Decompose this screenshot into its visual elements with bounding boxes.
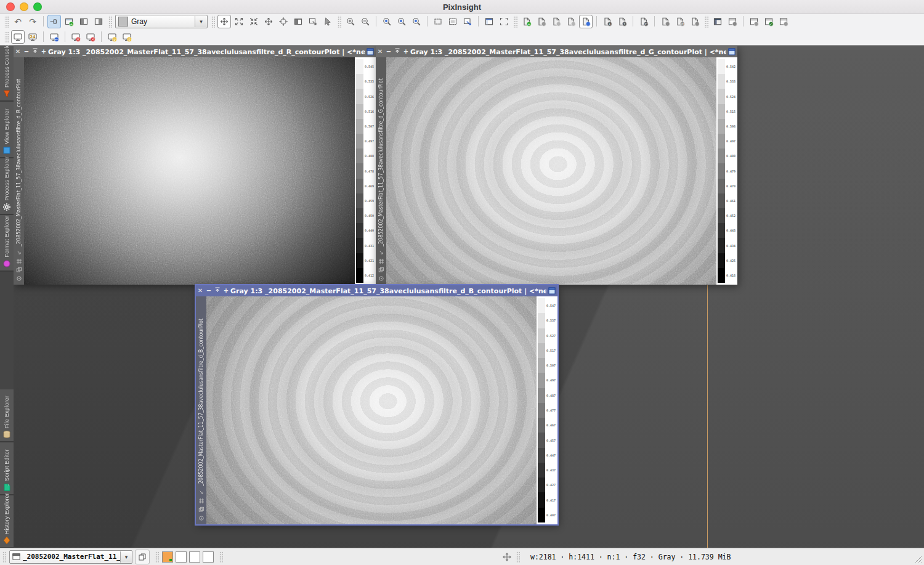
fit-window-button[interactable] xyxy=(232,15,246,28)
pin-view-button[interactable] xyxy=(47,15,61,28)
duplicate-icon[interactable] xyxy=(16,267,22,273)
window-titlebar[interactable]: ✕−+Gray 1:3 _20852002_MasterFlat_11_57_3… xyxy=(196,285,557,296)
close-button[interactable]: ✕ xyxy=(376,46,384,57)
window-side-strip[interactable]: _20852002_MasterFlat_11_57_38aveclulusan… xyxy=(196,296,206,524)
view-selector-dropdown[interactable]: _20852002_MasterFlat_11_57_38ave ▾ xyxy=(9,550,132,564)
screen-reset-all-button[interactable]: ✕ xyxy=(84,30,97,44)
toolbar-drag-handle[interactable] xyxy=(211,15,215,28)
crop-frame-icon[interactable] xyxy=(378,258,384,264)
selection-rect-button[interactable] xyxy=(431,15,445,28)
zoom-in-button[interactable] xyxy=(344,15,357,28)
window-verify-button[interactable]: ✓ xyxy=(762,15,776,28)
screen-reset-button[interactable]: ✕ xyxy=(69,30,83,44)
move-window-button[interactable] xyxy=(262,15,275,28)
contrast-panel-button[interactable] xyxy=(291,15,305,28)
image-open-button[interactable]: ↑ xyxy=(615,15,629,28)
frame-select-button[interactable] xyxy=(497,15,511,28)
statusbar-handle[interactable] xyxy=(2,551,6,563)
resize-canvas-button[interactable] xyxy=(461,15,474,28)
selection-arrow-icon[interactable] xyxy=(198,489,205,495)
window-side-strip[interactable]: _20852002_MasterFlat_11_57_38aveclulusan… xyxy=(14,57,24,285)
window-titlebar[interactable]: ✕−+Gray 1:3 _20852002_MasterFlat_11_57_3… xyxy=(376,46,737,57)
workspace-panel-button[interactable] xyxy=(711,15,724,28)
sidebar-tab-history-explorer[interactable]: History Explorer xyxy=(0,495,14,548)
target-icon[interactable] xyxy=(16,275,22,282)
toolbar-drag-handle[interactable] xyxy=(337,15,341,28)
window-find-button[interactable] xyxy=(777,15,790,28)
pan-mode-button[interactable] xyxy=(217,15,231,28)
center-view-button[interactable] xyxy=(277,15,290,28)
screen-stf-button[interactable]: ☢ xyxy=(105,30,119,44)
shade-button[interactable] xyxy=(393,46,402,57)
zoom-actual-button[interactable] xyxy=(380,15,394,28)
target-icon[interactable] xyxy=(198,515,205,521)
image-save-button[interactable]: ↓ xyxy=(601,15,614,28)
traffic-minimize-button[interactable] xyxy=(20,2,28,11)
view-selector-arrow-button[interactable]: ▾ xyxy=(120,551,132,563)
minimize-button[interactable]: − xyxy=(22,46,31,57)
image-window-r[interactable]: ✕−+Gray 1:3 _20852002_MasterFlat_11_57_3… xyxy=(14,46,376,285)
image-new-button[interactable]: + xyxy=(520,15,533,28)
statusbar-handle-3[interactable] xyxy=(219,551,223,563)
split-panel-button[interactable] xyxy=(482,15,496,28)
dock-window-right-button[interactable] xyxy=(92,15,105,28)
color-swatch-2[interactable] xyxy=(176,551,187,563)
toolbar-drag-handle[interactable] xyxy=(704,15,708,28)
zoom-window-button[interactable]: + xyxy=(222,285,230,296)
contour-plot-canvas[interactable] xyxy=(24,57,355,285)
sidebar-tab-file-explorer[interactable]: File Explorer xyxy=(0,389,14,442)
zoom-selection-button[interactable] xyxy=(410,15,423,28)
minimize-button[interactable]: − xyxy=(205,285,213,296)
screen-transfer-button[interactable]: ← xyxy=(47,30,61,44)
color-swatch-4[interactable] xyxy=(203,551,214,563)
crop-frame-icon[interactable] xyxy=(198,498,205,504)
zoom-window-button[interactable]: + xyxy=(39,46,48,57)
screen-stf-all-button[interactable]: ☢ xyxy=(120,30,134,44)
redo-button[interactable]: ↷ xyxy=(26,15,39,28)
image-copy-button[interactable] xyxy=(549,15,563,28)
view-find-button[interactable] xyxy=(579,15,593,28)
screen-default-button[interactable] xyxy=(11,30,25,44)
toolbar-drag-handle[interactable] xyxy=(513,15,517,28)
image-revert-button[interactable]: ↶ xyxy=(637,15,650,28)
target-icon[interactable] xyxy=(378,275,384,282)
sidebar-tab-script-editor[interactable]: Script Editor xyxy=(0,442,14,495)
contour-plot-canvas[interactable] xyxy=(206,296,537,524)
minimize-button[interactable]: − xyxy=(384,46,393,57)
color-swatch-active[interactable] xyxy=(162,551,173,563)
resize-grip[interactable] xyxy=(914,555,923,564)
shade-button[interactable] xyxy=(31,46,39,57)
image-history-button[interactable]: ↺ xyxy=(673,15,687,28)
close-button[interactable]: ✕ xyxy=(196,285,205,296)
undo-button[interactable]: ↶ xyxy=(11,15,25,28)
window-menu-button[interactable] xyxy=(365,48,376,55)
image-window-g[interactable]: ✕−+Gray 1:3 _20852002_MasterFlat_11_57_3… xyxy=(376,46,737,285)
statusbar-handle-2[interactable] xyxy=(155,551,159,563)
crop-frame-icon[interactable] xyxy=(16,258,22,264)
image-edit-button[interactable] xyxy=(535,15,548,28)
new-window-button[interactable]: + xyxy=(62,15,76,28)
workspace-settings-button[interactable] xyxy=(726,15,739,28)
zoom-window-button[interactable]: + xyxy=(402,46,410,57)
window-menu-button[interactable] xyxy=(726,48,737,55)
expand-canvas-button[interactable] xyxy=(306,15,320,28)
window-titlebar[interactable]: ✕−+Gray 1:3 _20852002_MasterFlat_11_57_3… xyxy=(14,46,376,57)
select-cursor-button[interactable] xyxy=(321,15,334,28)
window-side-strip[interactable]: _20852002_MasterFlat_11_57_38aveclulusan… xyxy=(376,57,386,285)
toolbar-drag-handle[interactable] xyxy=(4,31,9,43)
compare-views-button[interactable] xyxy=(135,550,150,564)
shrink-window-button[interactable] xyxy=(247,15,261,28)
image-settings-button[interactable] xyxy=(659,15,672,28)
image-mask-button[interactable] xyxy=(688,15,702,28)
sidebar-tab-process-explorer[interactable]: Process Explorer xyxy=(0,158,14,215)
window-edit-button[interactable] xyxy=(747,15,761,28)
selection-arrow-icon[interactable] xyxy=(378,250,384,256)
color-swatch-3[interactable] xyxy=(189,551,200,563)
zoom-fit-button[interactable] xyxy=(395,15,408,28)
sidebar-tab-view-explorer[interactable]: View Explorer xyxy=(0,102,14,158)
selection-preview-button[interactable] xyxy=(446,15,460,28)
gray-mode-dropdown[interactable]: Gray▾ xyxy=(115,15,208,28)
image-window-b[interactable]: ✕−+Gray 1:3 _20852002_MasterFlat_11_57_3… xyxy=(196,285,557,524)
duplicate-icon[interactable] xyxy=(198,506,205,513)
shade-button[interactable] xyxy=(213,285,222,296)
